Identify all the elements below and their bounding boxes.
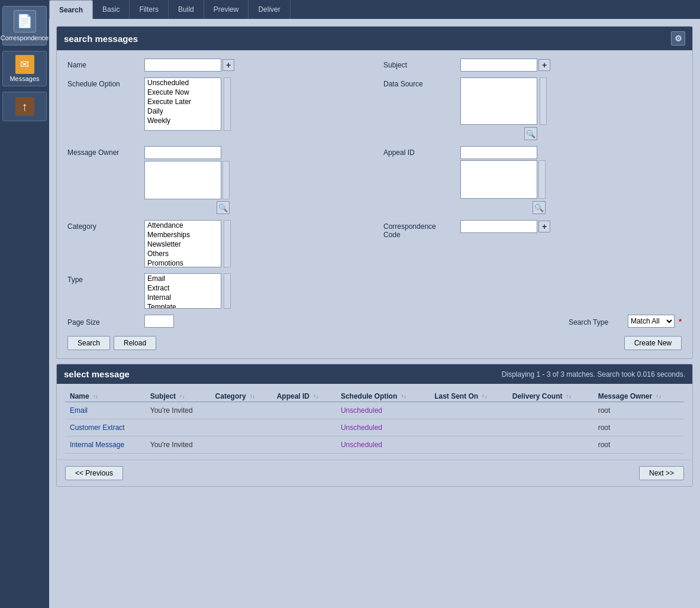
row1-name[interactable]: Email [65,402,146,419]
tab-filters[interactable]: Filters [130,0,169,19]
category-others[interactable]: Others [145,249,221,258]
row1-delivery-count [508,402,593,419]
category-control: Attendance Memberships Newsletter Others… [144,220,366,267]
row1-subject: You're Invited [146,402,211,419]
type-email[interactable]: Email [145,274,221,283]
category-memberships[interactable]: Memberships [145,230,221,240]
col-appeal-id-sort[interactable]: ↑↓ [313,394,318,399]
col-owner-sort[interactable]: ↑↓ [656,394,661,399]
form-row-1: Name + Subject + [67,59,682,72]
schedule-list[interactable]: Unscheduled Execute Now Execute Later Da… [144,77,221,131]
search-messages-panel: search messages ⚙ Name + Subject + [56,26,693,359]
datasource-scrollbar [540,77,547,125]
reload-button[interactable]: Reload [114,336,156,350]
col-category-label: Category [215,392,246,400]
category-attendance[interactable]: Attendance [145,221,221,230]
correspondence-code-plus-btn[interactable]: + [538,221,550,232]
data-source-search-btn[interactable]: 🔍 [524,127,537,140]
type-extract[interactable]: Extract [145,283,221,293]
main-content: Search Basic Filters Build Preview Deliv… [49,0,700,608]
row1-category [211,402,272,419]
subject-field: Subject + [383,59,682,72]
row1-appeal-id [272,402,336,419]
row3-delivery-count [508,436,593,454]
col-subject-sort[interactable]: ↑↓ [179,394,185,399]
search-type-select[interactable]: Match All Match Any [628,315,675,328]
row3-subject: You're Invited [146,436,211,454]
appeal-id-area[interactable] [460,160,537,199]
schedule-option-unscheduled[interactable]: Unscheduled [145,78,221,88]
data-source-input[interactable] [460,77,537,125]
type-template[interactable]: Template [145,302,221,309]
header-settings-icon[interactable]: ⚙ [671,31,685,46]
schedule-option-daily[interactable]: Daily [145,106,221,116]
appeal-id-btn-row: 🔍 [460,201,546,214]
category-newsletter[interactable]: Newsletter [145,240,221,249]
correspondence-code-control: + [460,220,682,233]
search-messages-title: search messages [64,34,138,44]
table-head: Name ↑↓ Subject ↑↓ Category ↑↓ Appeal [65,390,684,402]
owner-textarea[interactable] [144,161,221,199]
next-button[interactable]: Next >> [639,466,684,480]
type-label: Type [67,273,138,284]
col-message-owner-label: Message Owner [598,392,652,400]
col-message-owner: Message Owner ↑↓ [593,390,684,402]
col-name-sort[interactable]: ↑↓ [93,394,98,399]
row3-name[interactable]: Internal Message [65,436,146,454]
previous-button[interactable]: << Previous [65,466,123,480]
tab-search[interactable]: Search [49,0,93,19]
category-list[interactable]: Attendance Memberships Newsletter Others… [144,220,221,267]
search-button[interactable]: Search [67,336,110,350]
tab-preview[interactable]: Preview [204,0,249,19]
search-type-field: Search Type Match All Match Any * [569,315,682,328]
col-last-sent-label: Last Sent On [434,392,478,400]
search-messages-body: Name + Subject + Schedule Op [57,50,692,358]
row1-last-sent [430,402,508,419]
create-new-button[interactable]: Create New [624,336,682,350]
tab-build[interactable]: Build [169,0,204,19]
col-category-sort[interactable]: ↑↓ [250,394,255,399]
message-owner-label: Message Owner [67,146,138,157]
owner-search-btn[interactable]: 🔍 [217,201,230,214]
col-last-sent-sort[interactable]: ↑↓ [482,394,488,399]
form-row-6: Page Size 10 Search Type Match All Match… [67,315,682,328]
col-schedule-option-label: Schedule Option [341,392,397,400]
owner-input-top[interactable] [144,146,221,159]
appeal-id-search-btn[interactable]: 🔍 [533,201,546,214]
schedule-option-execute-later[interactable]: Execute Later [145,97,221,106]
tab-basic[interactable]: Basic [93,0,130,19]
category-promotions[interactable]: Promotions [145,258,221,267]
schedule-label: Schedule Option [67,77,138,88]
subject-plus-btn[interactable]: + [538,59,550,71]
correspondence-code-input[interactable] [460,220,537,233]
col-delivery-sort[interactable]: ↑↓ [566,394,572,399]
data-source-btn-row: 🔍 [460,127,537,140]
appeal-id-input-top[interactable] [460,146,537,159]
schedule-scrollbar [224,77,231,131]
sidebar-item-correspondence[interactable]: 📄 Correspondence [2,6,47,46]
row2-subject [146,419,211,436]
tab-deliver[interactable]: Deliver [249,0,290,19]
row2-owner: root [593,419,684,436]
form-row-3: Message Owner 🔍 [67,146,682,214]
schedule-option-execute-now[interactable]: Execute Now [145,88,221,97]
name-input[interactable] [144,59,221,72]
page-size-label: Page Size [67,316,138,326]
row1-owner: root [593,402,684,419]
owner-top [144,146,230,159]
page-size-input[interactable]: 10 [144,315,174,328]
name-plus-btn[interactable]: + [222,59,234,71]
row2-name[interactable]: Customer Extract [65,419,146,436]
subject-input[interactable] [460,59,537,72]
col-schedule-sort[interactable]: ↑↓ [401,394,407,399]
category-field: Category Attendance Memberships Newslett… [67,220,366,267]
col-name-label: Name [70,392,89,400]
type-list[interactable]: Email Extract Internal Template [144,273,221,309]
appeal-id-field: Appeal ID 🔍 [383,146,682,214]
schedule-option-weekly[interactable]: Weekly [145,116,221,125]
sidebar-item-upload[interactable]: ↑ [2,92,47,121]
search-type-control: Match All Match Any * [628,315,682,328]
type-internal[interactable]: Internal [145,293,221,302]
sidebar-item-messages[interactable]: ✉ Messages [2,51,47,86]
owner-wrap: 🔍 [144,146,230,214]
